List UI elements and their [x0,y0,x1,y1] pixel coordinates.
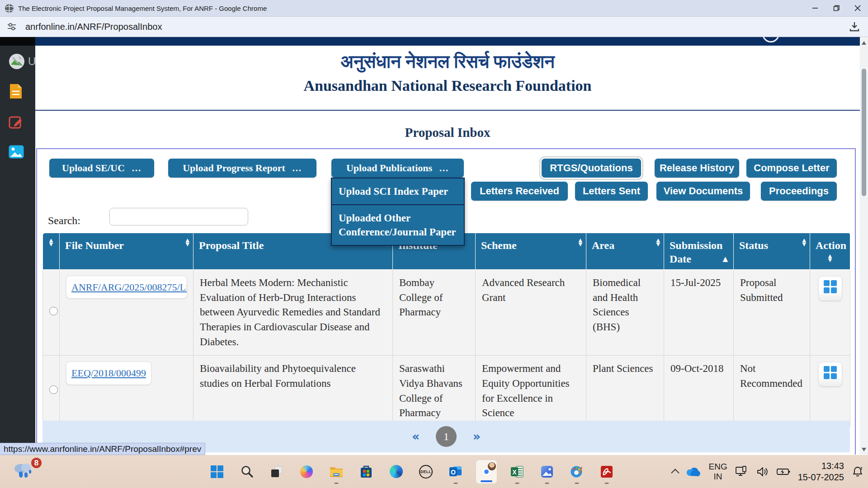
clock[interactable]: 13:43 15-07-2025 [798,460,844,483]
photos-button[interactable] [537,458,557,485]
row-actions-button[interactable] [818,362,842,387]
pagination-prev[interactable]: « [412,430,420,443]
pagination-next[interactable]: » [473,430,481,443]
sort-icon[interactable]: ▲▼ [828,254,832,262]
chrome-button-active[interactable] [476,460,497,484]
close-button[interactable] [847,0,868,16]
task-view-button[interactable] [267,458,287,485]
upload-progress-report-button[interactable]: Upload Progress Report ... [168,159,316,178]
page-title: Proposal Inbox [35,125,860,140]
minimize-button[interactable] [804,0,826,16]
scroll-up-arrow-icon[interactable] [862,41,866,45]
pagination-current-page[interactable]: 1 [436,426,457,447]
column-header-submission-date[interactable]: Submission Date ▲ [664,233,734,270]
column-header-file-number[interactable]: File Number ▲▼ [60,233,193,270]
tray-time: 13:43 [798,460,844,472]
language-indicator[interactable]: ENG IN [709,462,727,482]
avatar[interactable] [762,37,779,42]
sidebar-item-images[interactable] [0,141,35,163]
column-header-action[interactable]: Action ▲▼ [810,233,850,270]
dell-button[interactable]: DELL [416,458,436,485]
letters-sent-button[interactable]: Letters Sent [575,182,648,201]
compose-letter-button[interactable]: Compose Letter [746,159,837,178]
sidebar-item-edit[interactable] [0,111,35,133]
more-dots: ... [439,163,449,174]
paint-icon [570,465,584,479]
battery-charging-icon[interactable] [777,468,790,476]
sidebar-item-user[interactable]: Use [0,51,35,72]
cell-institute: Saraswathi Vidya Bhavans College of Phar… [393,356,476,427]
rtgs-quotations-button[interactable]: RTGS/Quotations [542,159,641,178]
column-header-area[interactable]: Area ▲▼ [586,233,664,270]
column-header-select[interactable]: ▲▼ [43,233,60,270]
volume-icon[interactable] [756,466,769,477]
browser-viewport: Use अनुसंधान नेशनल रिस [0,37,868,455]
sort-ascending-icon[interactable]: ▲ [722,255,728,263]
cell-submission-date: 09-Oct-2018 [664,356,734,427]
cell-scheme: Advanced Research Grant [476,270,586,356]
row-select-radio[interactable] [49,385,58,394]
photos-icon [541,465,553,478]
more-dots: ... [292,163,302,174]
menu-item-uploaded-other-conference-journal-paper[interactable]: Uploaded Other Conference/Journal Paper [332,204,464,245]
scroll-down-arrow-icon[interactable] [862,448,866,451]
weather-widget[interactable]: 8 [12,459,43,484]
site-favicon-globe-icon [5,4,14,13]
restore-button[interactable] [826,0,847,16]
view-documents-button[interactable]: View Documents [656,182,750,201]
sort-icon[interactable]: ▲▼ [579,238,582,246]
onedrive-icon[interactable] [686,467,701,477]
org-title-hindi: अनुसंधान नेशनल रिसर्च फाउंडेशन [35,51,860,72]
search-input[interactable] [109,208,248,225]
scrollbar-thumb[interactable] [862,69,866,196]
edge-button[interactable] [386,458,406,485]
release-history-button[interactable]: Release History [655,159,739,178]
upload-publications-button[interactable]: Upload Publications ... [331,159,464,178]
cast-display-icon[interactable] [735,466,749,478]
edge-icon [390,465,403,478]
windows-icon [211,465,223,478]
sort-icon[interactable]: ▲▼ [186,238,189,246]
paint-button[interactable] [567,458,587,485]
file-explorer-button[interactable] [326,458,346,485]
outlook-button[interactable]: O [446,458,466,485]
file-number-link[interactable]: ANRF/ARG/2025/008275/LS [66,276,187,299]
sort-icon[interactable]: ▲▼ [49,238,53,246]
chrome-profile-avatar [487,461,497,471]
system-tray: ENG IN 13:43 15-07-2025 z [672,455,864,488]
sidebar-user-label: Use [28,55,35,68]
column-header-scheme[interactable]: Scheme ▲▼ [476,233,586,270]
cell-institute: Bombay College of Pharmacy [393,270,476,356]
column-header-status[interactable]: Status ▲▼ [734,233,810,270]
microsoft-store-button[interactable] [356,458,376,485]
menu-item-upload-sci-index-paper[interactable]: Upload SCI Index Paper [332,178,464,204]
download-icon[interactable] [848,20,861,33]
tray-chevron-up-icon[interactable] [671,469,679,477]
file-number-link[interactable]: EEQ/2018/000499 [66,361,151,385]
excel-icon: X [510,465,524,478]
proceedings-button[interactable]: Proceedings [761,182,837,201]
row-select-radio[interactable] [49,307,58,315]
active-app-indicator [481,480,492,482]
copilot-button[interactable] [297,458,316,485]
scrollbar[interactable] [860,37,868,455]
letters-received-button[interactable]: Letters Received [471,182,568,201]
upload-seuc-button[interactable]: Upload SE/UC ... [49,159,154,178]
acrobat-button[interactable] [597,458,617,485]
edit-pencil-icon [8,114,24,130]
sidebar: Use [0,37,35,455]
row-actions-button[interactable] [818,276,842,301]
notification-bell-icon[interactable]: z [852,466,863,478]
site-settings-icon[interactable] [6,21,17,32]
table-row: ANRF/ARG/2025/008275/LS Herbal Meets Mod… [43,270,850,356]
taskbar-search-button[interactable] [237,458,257,485]
sort-icon[interactable]: ▲▼ [656,238,660,246]
copilot-icon [300,465,313,478]
more-dots: ... [132,163,142,174]
sort-icon[interactable]: ▲▼ [802,238,806,246]
sidebar-item-documents[interactable] [0,80,35,102]
url-text[interactable]: anrfonline.in/ANRF/ProposalInbox [25,22,162,32]
cell-scheme: Empowerment and Equity Opportunities for… [476,356,586,427]
start-button[interactable] [207,458,227,485]
excel-button[interactable]: X [507,458,527,485]
